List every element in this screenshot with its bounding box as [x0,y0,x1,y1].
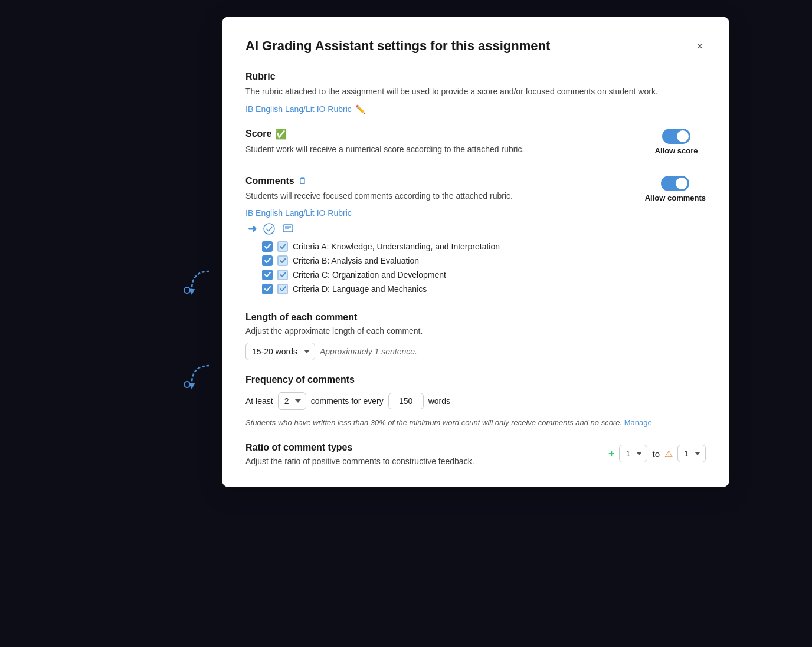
svg-line-6 [269,227,272,231]
score-left: Score ✅ Student work will receive a nume… [245,129,524,162]
approx-text: Approximately 1 sentence. [320,347,417,356]
svg-rect-7 [283,225,293,232]
criteria-c-comment-checkbox[interactable] [277,270,288,280]
modal: AI Grading Assistant settings for this a… [222,17,729,487]
modal-title: AI Grading Assistant settings for this a… [245,38,550,55]
rubric-panel-title: IB English Lang/Lit IO Rubric [245,208,513,218]
criteria-item: Criteria D: Language and Mechanics [262,284,513,294]
frequency-prefix: At least [245,396,273,406]
comments-label: Comments 🗒 [245,176,513,186]
comments-toggle-area: Allow comments [645,176,706,202]
score-description: Student work will receive a numerical sc… [245,143,524,156]
ratio-left: Ratio of comment types Adjust the ratio … [245,442,474,466]
score-row: Score ✅ Student work will receive a nume… [245,129,706,162]
comments-row: Comments 🗒 Students will receive focused… [245,176,706,298]
plus-icon: + [608,448,615,460]
criteria-item: Criteria A: Knowledge, Understanding, an… [262,241,513,252]
comments-icon: 🗒 [298,176,307,186]
manage-link[interactable]: Manage [624,418,652,427]
criteria-d-score-checkbox[interactable] [262,284,273,294]
frequency-controls: At least 2 comments for every words [245,392,706,410]
score-toggle-area: Allow score [647,129,706,155]
close-button[interactable]: × [694,38,706,54]
comments-description: Students will receive focused comments a… [245,190,513,202]
score-check-icon: ✅ [275,129,287,140]
comments-toggle[interactable] [661,176,689,191]
criteria-d-comment-checkbox[interactable] [277,284,288,294]
svg-point-4 [264,224,274,234]
rubric-panel: IB English Lang/Lit IO Rubric ➜ [245,208,513,294]
comment-length-section: Length of each comment Adjust the approx… [245,312,706,360]
comment-length-dropdown[interactable]: 10-15 words15-20 words20-30 words30-50 w… [245,343,315,360]
ratio-title: Ratio of comment types [245,442,474,453]
criteria-b-score-checkbox[interactable] [262,255,273,266]
ratio-left-dropdown[interactable]: 1 [619,445,647,462]
frequency-warning: Students who have written less than 30% … [245,417,706,429]
frequency-middle: comments for every [311,396,384,406]
criteria-c-label: Criteria C: Organization and Development [293,270,446,280]
rubric-description: The rubric attached to the assignment wi… [245,86,706,98]
comments-left: Comments 🗒 Students will receive focused… [245,176,513,298]
frequency-words-input[interactable] [388,393,424,409]
frequency-section: Frequency of comments At least 2 comment… [245,375,706,429]
criteria-c-score-checkbox[interactable] [262,270,273,280]
arrow-right-icon: ➜ [248,222,257,235]
criteria-item: Criteria B: Analysis and Evaluation [262,255,513,266]
score-toggle[interactable] [662,129,690,144]
comment-length-title: Length of each comment [245,312,706,323]
criteria-list: Criteria A: Knowledge, Understanding, an… [262,241,513,294]
comments-toggle-label: Allow comments [645,193,706,202]
comments-criteria-icon [281,222,294,235]
score-toggle-label: Allow score [655,146,698,155]
comment-length-controls: 10-15 words15-20 words20-30 words30-50 w… [245,343,706,360]
comment-length-description: Adjust the approximate length of each co… [245,326,706,336]
svg-line-5 [266,229,269,231]
rubric-label: Rubric [245,71,706,82]
criteria-d-label: Criteria D: Language and Mechanics [293,284,427,294]
ratio-description: Adjust the ratio of positive comments to… [245,456,474,466]
ratio-controls: + 1 to ⚠ 1 [608,445,706,462]
criteria-a-score-checkbox[interactable] [262,241,273,252]
ratio-to-text: to [652,449,660,459]
ratio-right-dropdown[interactable]: 1 [677,445,706,462]
criteria-b-label: Criteria B: Analysis and Evaluation [293,256,419,265]
frequency-title: Frequency of comments [245,375,706,385]
rubric-icons-row: ➜ [248,222,513,235]
score-label: Score ✅ [245,129,524,140]
score-criteria-icon [263,222,276,235]
triangle-icon: ⚠ [664,448,673,459]
edit-icon: ✏️ [355,104,365,114]
ratio-section: Ratio of comment types Adjust the ratio … [245,442,706,466]
frequency-suffix: words [428,396,450,406]
criteria-a-comment-checkbox[interactable] [277,241,288,252]
frequency-count-dropdown[interactable]: 2 [278,392,306,410]
criteria-a-label: Criteria A: Knowledge, Understanding, an… [293,242,500,251]
modal-header: AI Grading Assistant settings for this a… [245,38,706,55]
rubric-section: Rubric The rubric attached to the assign… [245,71,706,114]
criteria-item: Criteria C: Organization and Development [262,270,513,280]
criteria-b-comment-checkbox[interactable] [277,255,288,266]
rubric-link[interactable]: IB English Lang/Lit IO Rubric ✏️ [245,104,365,114]
